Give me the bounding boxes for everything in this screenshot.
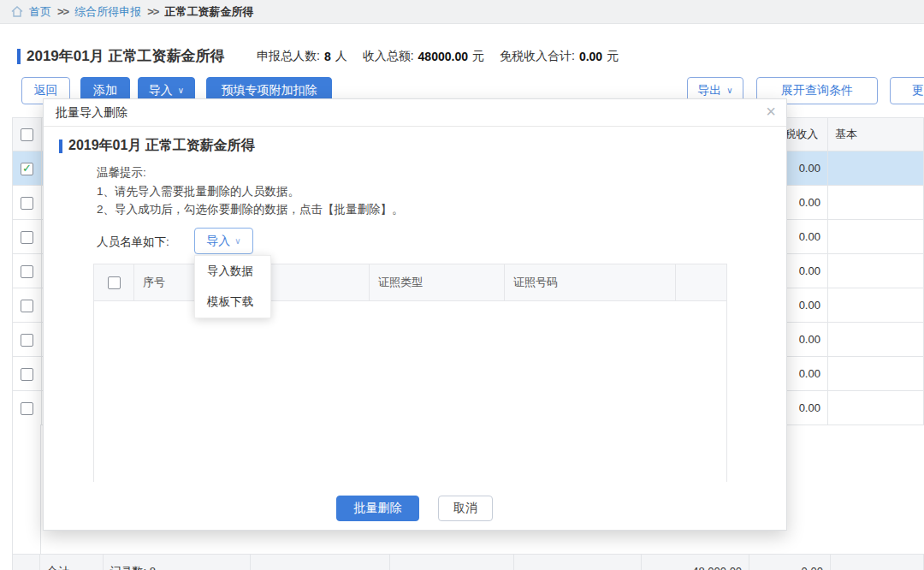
modal-section-title-row: 2019年01月 正常工资薪金所得 xyxy=(59,137,255,155)
batch-delete-modal: 批量导入删除 × 2019年01月 正常工资薪金所得 温馨提示: 1、请先导入需… xyxy=(43,98,787,531)
row-checkbox[interactable] xyxy=(21,334,33,347)
row-checkbox[interactable] xyxy=(21,300,33,312)
stat-taxfree-income: 免税收入合计: 0.00 元 xyxy=(500,49,619,64)
tips-line1: 1、请先导入需要批量删除的人员数据。 xyxy=(97,182,404,201)
menu-item-import-data[interactable]: 导入数据 xyxy=(195,256,270,287)
column-header-seq: 序号 xyxy=(134,264,195,300)
batch-delete-button[interactable]: 批量删除 xyxy=(336,496,419,521)
page-title-row: 2019年01月 正常工资薪金所得 xyxy=(17,46,224,66)
tips-block: 温馨提示: 1、请先导入需要批量删除的人员数据。 2、导入成功后，勾选你要删除的… xyxy=(97,163,404,219)
row-checkbox[interactable] xyxy=(21,265,33,278)
stat-total-income: 收入总额: 48000.00 元 xyxy=(363,49,484,64)
income-total: 48,000.00 xyxy=(642,555,749,570)
breadcrumb-home[interactable]: 首页 xyxy=(29,4,51,20)
cancel-button[interactable]: 取消 xyxy=(438,496,493,521)
total-label: 合计 xyxy=(40,555,103,570)
person-list-label: 人员名单如下: xyxy=(97,235,169,250)
caret-down-icon: ∨ xyxy=(178,86,184,95)
column-header-cert-no: 证照号码 xyxy=(505,264,676,300)
close-icon[interactable]: × xyxy=(766,103,776,120)
breadcrumb-current: 正常工资薪金所得 xyxy=(164,4,253,20)
row-checkbox[interactable] xyxy=(21,368,33,381)
modal-section-title: 2019年01月 正常工资薪金所得 xyxy=(68,137,255,155)
import-dropdown-menu: 导入数据 模板下载 xyxy=(194,255,271,318)
totals-row: 合计 记录数: 8 48,000.00 0.00 xyxy=(12,554,924,570)
row-checkbox[interactable] xyxy=(21,197,33,210)
breadcrumb-separator: >> xyxy=(147,5,158,18)
select-all-checkbox[interactable] xyxy=(21,128,33,141)
screen: 首页 >> 综合所得申报 >> 正常工资薪金所得 2019年01月 正常工资薪金… xyxy=(0,0,924,570)
modal-import-button[interactable]: 导入 ∨ xyxy=(194,228,253,254)
delete-list-table: 序号 证照类型 证照号码 xyxy=(93,264,727,482)
caret-down-icon: ∨ xyxy=(726,86,732,95)
breadcrumb: 首页 >> 综合所得申报 >> 正常工资薪金所得 xyxy=(0,0,924,24)
breadcrumb-level1[interactable]: 综合所得申报 xyxy=(74,4,141,20)
home-icon[interactable] xyxy=(11,6,23,17)
more-button[interactable]: 更多 xyxy=(890,77,924,104)
modal-header: 批量导入删除 × xyxy=(44,99,786,127)
page-title: 2019年01月 正常工资薪金所得 xyxy=(27,46,224,66)
delete-list-body-empty xyxy=(94,301,726,482)
menu-item-template-download[interactable]: 模板下载 xyxy=(195,287,270,318)
check-icon: ✓ xyxy=(22,162,32,175)
row-checkbox[interactable] xyxy=(21,231,33,244)
tips-line2: 2、导入成功后，勾选你要删除的数据，点击【批量删除】。 xyxy=(97,200,404,219)
breadcrumb-separator: >> xyxy=(57,5,68,18)
row-checkbox-checked[interactable]: ✓ xyxy=(21,163,33,175)
stat-total-people: 申报总人数: 8 人 xyxy=(257,49,347,64)
table-empty-strip xyxy=(12,425,41,554)
delete-list-header: 序号 证照类型 证照号码 xyxy=(94,264,726,301)
taxfree-total: 0.00 xyxy=(749,555,831,570)
tips-heading: 温馨提示: xyxy=(97,163,404,182)
summary-stats: 申报总人数: 8 人 收入总额: 48000.00 元 免税收入合计: 0.00… xyxy=(257,49,619,64)
row-checkbox[interactable] xyxy=(21,402,33,415)
caret-down-icon: ∨ xyxy=(234,237,240,246)
accent-bar xyxy=(17,49,21,64)
column-header-cert-type: 证照类型 xyxy=(370,264,505,300)
accent-bar xyxy=(59,140,62,153)
record-count: 记录数: 8 xyxy=(103,555,251,570)
modal-select-all-checkbox[interactable] xyxy=(108,276,121,289)
column-header-basic: 基本 xyxy=(827,118,923,151)
column-header-extra xyxy=(676,264,726,300)
modal-title: 批量导入删除 xyxy=(56,105,127,121)
